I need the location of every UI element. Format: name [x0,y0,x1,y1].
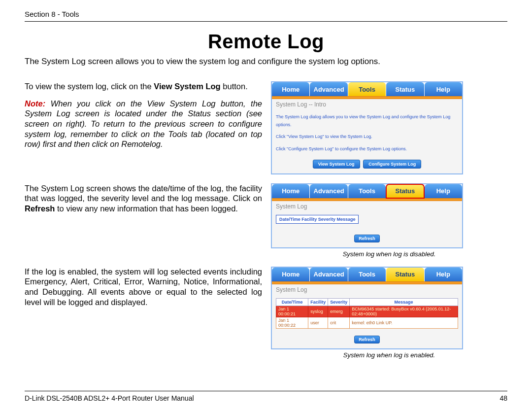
view-system-log-button[interactable]: View System Log [313,160,360,169]
tab-home[interactable]: Home [272,184,309,198]
tab-status[interactable]: Status [386,82,424,96]
tab-tools[interactable]: Tools [348,82,386,96]
note-paragraph: Note: When you click on the View System … [25,99,262,149]
page-title: Remote Log [25,31,507,53]
refresh-button[interactable]: Refresh [354,336,380,343]
paragraph-enabled: If the log is enabled, the system will l… [25,267,262,308]
tab-tools[interactable]: Tools [348,184,386,198]
caption-disabled: System log when log is disabled. [271,250,507,258]
panel2-title: System Log [276,203,458,210]
section-header: Section 8 - Tools [25,10,507,18]
panel1-line3: Click "Configure System Log" to configur… [276,145,458,153]
caption-enabled: System log when log is enabled. [271,351,507,359]
top-rule [25,21,507,22]
configure-system-log-button[interactable]: Configure System Log [363,160,421,169]
tab-tools[interactable]: Tools [348,268,386,281]
page-footer: D-Link DSL-2540B ADSL2+ 4-Port Router Us… [25,391,507,402]
col-datetime: Date/Time [276,298,308,306]
para2a: The System Log screen shows the date/tim… [25,184,262,203]
cell-fac: user [308,317,328,328]
cell-dt: Jan 1 00:00:21 [276,306,308,317]
screenshot-status-disabled: Home Advanced Tools Status Help System L… [271,183,463,248]
tab-help[interactable]: Help [425,82,462,96]
col-message: Message [350,298,458,306]
footer-left: D-Link DSL-2540B ADSL2+ 4-Port Router Us… [25,394,194,402]
log-table-header: Date/Time Facility Severity Message [276,215,359,224]
tab-status[interactable]: Status [386,184,424,198]
tab-home[interactable]: Home [272,82,309,96]
note-label: Note: [25,99,45,108]
para1c: button. [221,82,248,91]
cell-fac: syslog [308,306,328,317]
col-severity: Severity [328,298,350,306]
table-row: Jan 1 00:00:22 user crit kernel: eth0 Li… [276,317,458,328]
intro-text: The System Log screen allows you to view… [25,57,507,67]
para2-bold: Refresh [25,204,55,213]
panel1-line2: Click "View System Log" to view the Syst… [276,133,458,140]
refresh-button[interactable]: Refresh [354,235,380,242]
note-text: When you click on the View System Log bu… [25,99,262,149]
panel3-title: System Log [276,286,458,293]
footer-page-number: 48 [499,394,507,402]
cell-sev: emerg [328,306,350,317]
screenshot-status-enabled: Home Advanced Tools Status Help System L… [271,267,463,349]
para2c: to view any new information that has bee… [55,204,237,213]
cell-msg: BCM96345 started: BusyBox v0.60.4 (2005.… [350,306,458,317]
screenshot-tools-intro: Home Advanced Tools Status Help System L… [271,81,463,174]
cell-sev: crit [328,317,350,328]
tab-advanced[interactable]: Advanced [310,184,347,198]
tab-advanced[interactable]: Advanced [310,82,347,96]
para1a: To view the system log, click on the [25,82,154,91]
panel1-line1: The System Log dialog allows you to view… [276,113,458,129]
tab-status[interactable]: Status [386,268,424,281]
para1-bold: View System Log [154,82,220,91]
panel1-title: System Log -- Intro [276,101,458,108]
tab-home[interactable]: Home [272,268,309,281]
cell-dt: Jan 1 00:00:22 [276,317,308,328]
table-header-row: Date/Time Facility Severity Message [276,298,458,306]
cell-msg: kernel: eth0 Link UP. [350,317,458,328]
log-table: Date/Time Facility Severity Message Jan … [276,298,458,329]
paragraph-view-log: To view the system log, click on the Vie… [25,81,262,92]
tab-help[interactable]: Help [425,184,462,198]
paragraph-system-log: The System Log screen shows the date/tim… [25,183,262,214]
col-facility: Facility [308,298,328,306]
tab-advanced[interactable]: Advanced [310,268,347,281]
table-row: Jan 1 00:00:21 syslog emerg BCM96345 sta… [276,306,458,317]
tab-help[interactable]: Help [425,268,462,281]
